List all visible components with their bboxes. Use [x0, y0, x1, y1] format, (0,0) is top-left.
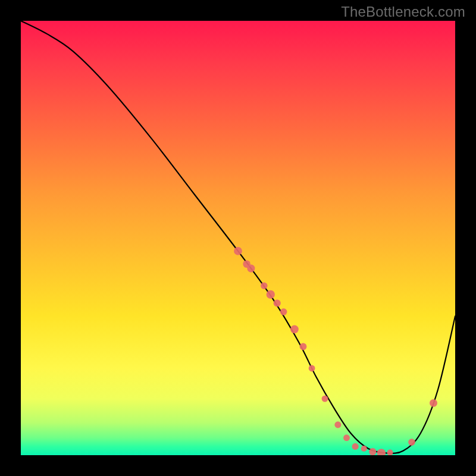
- marker-dot: [430, 399, 437, 407]
- chart-stage: TheBottleneck.com: [0, 0, 476, 476]
- plot-area: [21, 21, 455, 455]
- marker-dot: [234, 247, 242, 255]
- bottleneck-curve: [21, 21, 455, 453]
- marker-dot: [369, 448, 376, 455]
- marker-dot: [290, 325, 299, 333]
- watermark-text: TheBottleneck.com: [341, 4, 465, 20]
- marker-dot: [309, 365, 315, 372]
- marker-dot: [343, 434, 350, 441]
- marker-dot: [387, 450, 393, 455]
- marker-dot: [274, 299, 281, 306]
- marker-dot: [334, 421, 341, 428]
- marker-dot: [280, 308, 287, 315]
- marker-dot: [300, 343, 307, 350]
- marker-dot: [408, 439, 415, 446]
- marker-dot: [247, 265, 255, 273]
- marker-dot: [261, 283, 267, 289]
- marker-dot: [377, 449, 386, 455]
- marker-dot: [322, 396, 328, 402]
- highlighted-points: [234, 247, 437, 455]
- chart-svg: [21, 21, 455, 455]
- marker-dot: [267, 290, 275, 299]
- marker-dot: [361, 446, 367, 452]
- marker-dot: [352, 443, 359, 450]
